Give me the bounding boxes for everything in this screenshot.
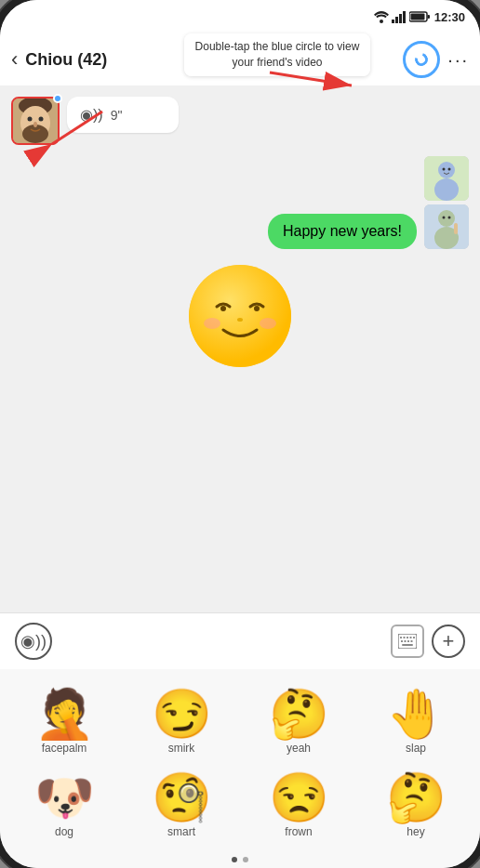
svg-point-31	[189, 265, 291, 367]
emoji-item[interactable]: 😏smirk	[125, 684, 238, 760]
svg-rect-6	[427, 15, 430, 19]
time-display: 12:30	[434, 10, 465, 24]
sound-icon: ◉))	[80, 106, 103, 124]
emoji-sticker: 😏	[152, 690, 212, 738]
status-icons: 12:30	[374, 10, 465, 24]
svg-rect-2	[395, 17, 398, 23]
voice-message-row: ◉)) 9"	[11, 97, 469, 145]
svg-rect-38	[400, 637, 402, 638]
add-button[interactable]: +	[432, 625, 465, 658]
svg-point-18	[33, 122, 37, 127]
chat-area: ◉)) 9" Happy new years!	[0, 85, 480, 612]
svg-point-33	[254, 306, 260, 311]
emoji-grid: 🤦facepalm😏smirk🤔yeah🤚slap🐶dog🧐smart😒frow…	[7, 684, 473, 844]
emoji-label: facepalm	[42, 742, 87, 755]
svg-point-0	[380, 20, 383, 23]
emoji-sticker: 🤔	[386, 773, 447, 822]
svg-point-36	[237, 318, 243, 322]
svg-point-21	[434, 178, 459, 201]
more-button[interactable]: ···	[447, 49, 469, 71]
avatar-container[interactable]	[11, 97, 60, 145]
emoji-label: frown	[285, 825, 312, 838]
emoji-item[interactable]: 🤚slap	[359, 684, 473, 760]
thumb-1-svg	[424, 156, 469, 201]
thumbnail-2[interactable]	[424, 204, 469, 249]
mic-icon: ◉))	[20, 631, 47, 651]
emoji-sticker: 🤔	[269, 690, 329, 738]
svg-rect-42	[413, 637, 415, 638]
svg-point-25	[438, 210, 455, 227]
emoji-item[interactable]: 🤦facepalm	[7, 684, 121, 760]
emoji-svg	[184, 260, 296, 372]
tooltip-annotation: Double-tap the blue circle to view your …	[184, 33, 370, 76]
emoji-item[interactable]: 🤔hey	[359, 768, 473, 844]
svg-point-22	[443, 168, 446, 171]
phone-frame: 12:30 Double-tap the blue circle to view…	[0, 0, 480, 868]
input-right-controls: +	[391, 625, 465, 658]
thumbnail-stack	[424, 156, 469, 249]
battery-icon	[409, 11, 430, 22]
svg-point-28	[448, 217, 451, 219]
emoji-label: yeah	[287, 742, 311, 755]
text-message-content: Happy new years!	[283, 223, 402, 239]
svg-rect-40	[407, 637, 408, 638]
emoji-label: dog	[55, 825, 73, 838]
keyboard-button[interactable]	[391, 625, 424, 658]
sender-avatar[interactable]	[11, 97, 60, 145]
emoji-item[interactable]: 🧐smart	[125, 768, 238, 844]
svg-point-34	[204, 318, 220, 329]
tooltip-text: Double-tap the blue circle to view your …	[195, 40, 360, 69]
back-button[interactable]: ‹	[11, 47, 18, 72]
emoji-message-row	[11, 260, 469, 375]
dot-2	[243, 857, 248, 862]
signal-icon	[392, 11, 407, 23]
mic-button[interactable]: ◉))	[15, 623, 52, 660]
emoji-item[interactable]: 🤔yeah	[242, 684, 355, 760]
avatar-face-svg	[13, 99, 58, 143]
voice-bubble[interactable]: ◉)) 9"	[67, 97, 179, 133]
text-bubble: Happy new years!	[268, 214, 417, 249]
emoji-item[interactable]: 😒frown	[242, 768, 355, 844]
emoji-label: slap	[406, 742, 426, 755]
svg-rect-1	[392, 20, 394, 23]
emoji-item[interactable]: 🐶dog	[7, 768, 121, 844]
online-dot	[53, 94, 62, 103]
emoji-sticker: 😒	[269, 773, 329, 822]
emoji-sticker: 🤚	[386, 690, 447, 738]
emoji-sticker: 🐶	[34, 773, 95, 822]
wifi-icon	[374, 11, 389, 23]
thumbnail-1[interactable]	[424, 156, 469, 201]
video-circle-icon	[413, 50, 431, 68]
keyboard-icon	[398, 634, 417, 649]
svg-point-20	[438, 162, 455, 178]
svg-point-27	[443, 217, 446, 219]
svg-rect-4	[403, 11, 406, 23]
plus-icon: +	[443, 631, 455, 651]
svg-rect-41	[410, 637, 412, 638]
text-message-row: Happy new years!	[11, 156, 469, 249]
svg-point-32	[220, 306, 226, 311]
voice-duration: 9"	[111, 108, 123, 123]
svg-point-16	[28, 117, 33, 122]
svg-point-23	[448, 168, 451, 171]
emoji-label: smirk	[168, 742, 195, 755]
emoji-label: hey	[407, 825, 424, 838]
emoji-sticker: 🧐	[152, 773, 212, 822]
emoji-picker: 🤦facepalm😏smirk🤔yeah🤚slap🐶dog🧐smart😒frow…	[0, 669, 480, 851]
big-emoji-display	[184, 260, 296, 375]
svg-rect-29	[454, 223, 458, 234]
status-bar: 12:30	[0, 0, 480, 33]
dot-1	[232, 857, 237, 862]
svg-rect-39	[404, 637, 406, 638]
svg-rect-46	[411, 640, 413, 642]
emoji-sticker: 🤦	[34, 690, 95, 738]
dot-indicator	[0, 851, 480, 868]
svg-rect-45	[407, 640, 409, 642]
svg-rect-43	[401, 640, 403, 642]
svg-point-35	[260, 318, 276, 329]
svg-rect-7	[410, 14, 424, 20]
input-area: ◉)) +	[0, 612, 480, 669]
svg-point-17	[39, 117, 44, 122]
thumb-2-svg	[424, 204, 469, 249]
video-circle-button[interactable]	[403, 41, 440, 78]
